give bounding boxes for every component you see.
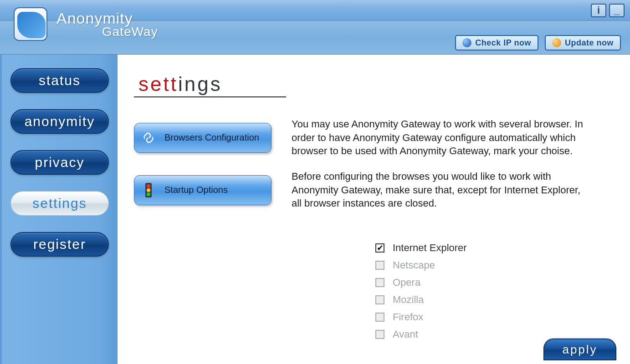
desc-startup: Before configuring the browses you would… [292, 170, 583, 210]
sidebar-item-privacy[interactable]: privacy [10, 150, 109, 175]
header-actions: Check IP now Update now [455, 35, 621, 51]
startup-options-button[interactable]: Startup Options [134, 175, 271, 205]
link-icon [142, 130, 155, 146]
check-ip-label: Check IP now [475, 38, 531, 48]
logo-icon [14, 7, 47, 41]
sidebar-item-status[interactable]: status [10, 68, 109, 93]
page-title: settings [134, 73, 286, 97]
refresh-icon [552, 38, 561, 47]
browser-row-netscape: Netscape [375, 259, 604, 271]
browser-label: Firefox [393, 311, 423, 323]
browser-label: Opera [393, 277, 420, 288]
apply-label: apply [562, 343, 597, 357]
desc-browsers: You may use Anonymity Gateway to work wi… [292, 117, 583, 158]
browser-row-firefox: Firefox [375, 311, 604, 323]
checkbox-netscape [375, 261, 384, 270]
sidebar-item-label: anonymity [25, 114, 95, 129]
minimize-icon: _ [614, 5, 620, 16]
browser-label: Mozilla [393, 294, 424, 306]
update-button[interactable]: Update now [545, 35, 621, 51]
browsers-config-button[interactable]: Browsers Configuration [134, 123, 271, 153]
sidebar-item-label: settings [32, 196, 87, 211]
startup-options-label: Startup Options [164, 185, 228, 195]
traffic-light-icon [142, 182, 155, 198]
check-icon: ✔ [377, 244, 384, 252]
sidebar-item-label: status [39, 73, 81, 88]
sidebar-item-register[interactable]: register [10, 232, 109, 257]
sidebar: status anonymity privacy settings regist… [0, 55, 118, 364]
checkbox-ie[interactable]: ✔ [375, 243, 384, 253]
checkbox-avant [375, 330, 384, 339]
checkbox-opera [375, 278, 384, 287]
row-browsers: Browsers Configuration You may use Anony… [134, 117, 604, 158]
apply-button[interactable]: apply [543, 339, 616, 360]
browsers-config-label: Browsers Configuration [164, 132, 259, 143]
globe-icon [462, 38, 471, 47]
sidebar-item-label: register [33, 237, 86, 252]
app-title: Anonymity GateWay [56, 10, 158, 39]
checkbox-mozilla [375, 295, 384, 304]
minimize-button[interactable]: _ [609, 4, 625, 17]
header: Anonymity GateWay Check IP now Update no… [0, 21, 630, 55]
browser-row-mozilla: Mozilla [375, 294, 604, 306]
browser-label: Internet Explorer [393, 242, 467, 254]
svg-point-1 [147, 184, 150, 188]
browser-label: Avant [393, 329, 418, 340]
svg-point-2 [147, 188, 150, 192]
content: settings Browsers Configuration You may … [118, 55, 630, 364]
sidebar-item-label: privacy [35, 155, 84, 170]
checkbox-firefox [375, 313, 384, 322]
row-startup: Startup Options Before configuring the b… [134, 170, 604, 210]
info-button[interactable]: i [591, 4, 606, 17]
page-title-rest: ings [178, 73, 222, 95]
browser-label: Netscape [393, 259, 435, 271]
page-title-accent: sett [138, 73, 178, 95]
update-label: Update now [565, 38, 614, 48]
browser-row-ie: ✔ Internet Explorer [375, 242, 604, 254]
info-icon: i [597, 5, 600, 16]
sidebar-item-settings[interactable]: settings [10, 191, 109, 216]
browser-row-opera: Opera [375, 277, 604, 288]
svg-point-3 [147, 192, 150, 196]
sidebar-item-anonymity[interactable]: anonymity [10, 109, 109, 134]
body: status anonymity privacy settings regist… [0, 55, 630, 364]
app-window: i _ Anonymity GateWay Check IP now Updat… [0, 0, 630, 364]
browser-list: ✔ Internet Explorer Netscape Opera Mozil… [375, 242, 604, 340]
check-ip-button[interactable]: Check IP now [455, 35, 538, 51]
app-title-line2: GateWay [102, 25, 158, 39]
logo-area: Anonymity GateWay [14, 7, 158, 41]
